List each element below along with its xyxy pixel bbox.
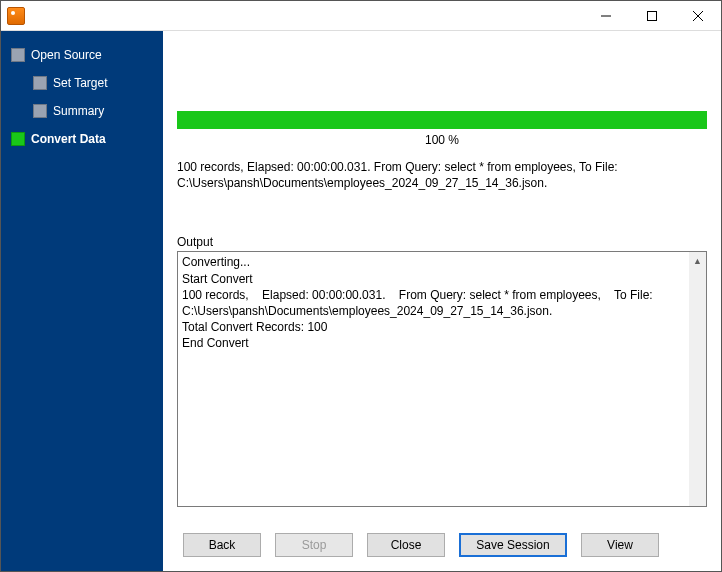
output-text[interactable]: Converting... Start Convert 100 records,… [182, 254, 689, 504]
output-scrollbar[interactable]: ▲ [689, 252, 706, 506]
close-window-button[interactable] [675, 1, 721, 31]
nav-convert-data[interactable]: Convert Data [1, 125, 163, 153]
back-button[interactable]: Back [183, 533, 261, 557]
back-button-label: Back [209, 538, 236, 552]
summary-text: 100 records, Elapsed: 00:00:00.031. From… [177, 159, 707, 191]
stop-button-label: Stop [302, 538, 327, 552]
nav-step-icon [11, 48, 25, 62]
main-panel: 100 % 100 records, Elapsed: 00:00:00.031… [163, 31, 721, 571]
view-button-label: View [607, 538, 633, 552]
close-icon [693, 11, 703, 21]
progress-bar [177, 111, 707, 129]
nav-open-source[interactable]: Open Source [1, 41, 163, 69]
maximize-button[interactable] [629, 1, 675, 31]
progress-percent: 100 % [177, 133, 707, 147]
close-button[interactable]: Close [367, 533, 445, 557]
stop-button: Stop [275, 533, 353, 557]
maximize-icon [647, 11, 657, 21]
nav-step-icon [33, 76, 47, 90]
minimize-icon [601, 11, 611, 21]
button-row: Back Stop Close Save Session View [177, 519, 707, 571]
output-box: Converting... Start Convert 100 records,… [177, 251, 707, 507]
nav-label: Set Target [53, 76, 107, 90]
svg-rect-1 [648, 11, 657, 20]
nav-summary[interactable]: Summary [1, 97, 163, 125]
nav-label: Convert Data [31, 132, 106, 146]
wizard-sidebar: Open Source Set Target Summary Convert D… [1, 31, 163, 571]
view-button[interactable]: View [581, 533, 659, 557]
close-button-label: Close [391, 538, 422, 552]
scroll-up-icon: ▲ [689, 252, 706, 269]
nav-label: Summary [53, 104, 104, 118]
minimize-button[interactable] [583, 1, 629, 31]
nav-set-target[interactable]: Set Target [1, 69, 163, 97]
output-label: Output [177, 235, 707, 249]
app-icon [7, 7, 25, 25]
save-session-button[interactable]: Save Session [459, 533, 567, 557]
titlebar [1, 1, 721, 31]
nav-step-icon [11, 132, 25, 146]
save-session-button-label: Save Session [476, 538, 549, 552]
nav-step-icon [33, 104, 47, 118]
nav-label: Open Source [31, 48, 102, 62]
